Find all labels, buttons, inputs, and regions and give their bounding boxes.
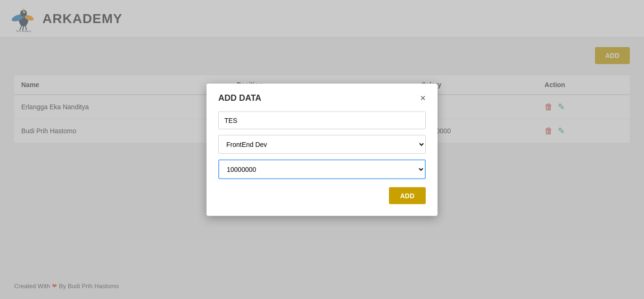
page-background: Tech Academy ARKADEMY ADD Name Position … (0, 0, 644, 299)
salary-select[interactable]: 10000000 12000000 15000000 8000000 (218, 159, 426, 179)
modal-add-button[interactable]: ADD (389, 187, 426, 204)
modal-title: ADD DATA (218, 93, 261, 103)
modal-body: FrontEnd Dev BackEnd Dev FullStack Dev U… (218, 111, 426, 204)
add-data-modal: ADD DATA × FrontEnd Dev BackEnd Dev Full… (206, 83, 438, 216)
name-input[interactable] (218, 111, 426, 129)
modal-header: ADD DATA × (218, 93, 426, 103)
position-select[interactable]: FrontEnd Dev BackEnd Dev FullStack Dev U… (218, 135, 426, 154)
modal-close-button[interactable]: × (420, 93, 426, 103)
